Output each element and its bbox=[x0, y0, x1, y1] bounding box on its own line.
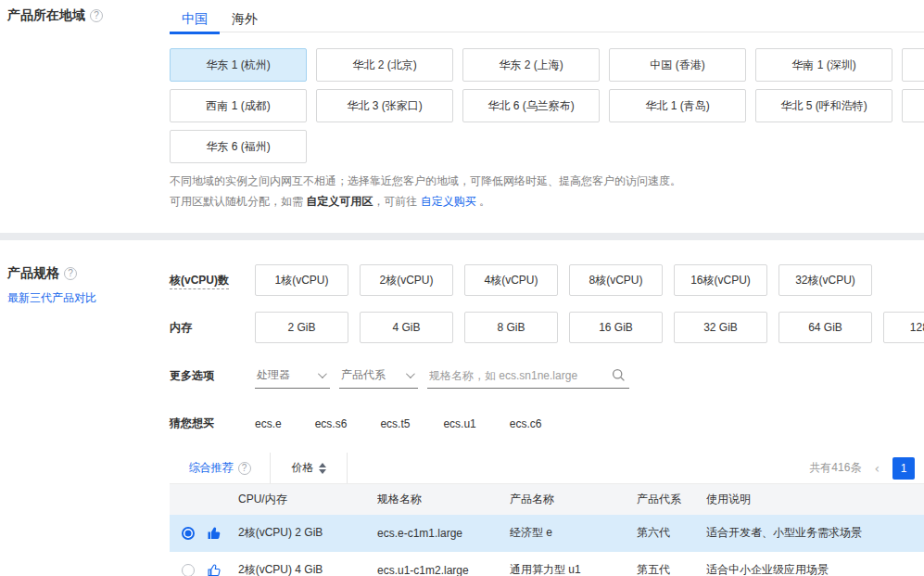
sort-recommend-label: 综合推荐 bbox=[189, 460, 234, 476]
region-button-partial-2[interactable] bbox=[902, 89, 924, 122]
mem-option-8[interactable]: 8 GiB bbox=[464, 312, 558, 343]
mem-option-16[interactable]: 16 GiB bbox=[569, 312, 663, 343]
spec-help-icon[interactable]: ? bbox=[64, 267, 77, 280]
guess-row: 猜您想买 ecs.e ecs.s6 ecs.t5 ecs.u1 ecs.c6 bbox=[170, 416, 924, 431]
guess-link-ecs-e[interactable]: ecs.e bbox=[255, 417, 282, 430]
header-product-name: 产品名称 bbox=[510, 492, 637, 507]
region-button-partial-1[interactable] bbox=[902, 48, 924, 82]
instance-table: 综合推荐 ? 价格 共有416条 ‹ 1 bbox=[170, 453, 924, 576]
row2-usage: 适合中小企业级应用场景 bbox=[706, 562, 924, 576]
sort-tab-recommend[interactable]: 综合推荐 ? bbox=[170, 453, 271, 483]
region-section-title: 产品所在地域 ? bbox=[7, 7, 170, 24]
memory-row: 内存 2 GiB 4 GiB 8 GiB 16 GiB 32 GiB 64 Gi… bbox=[170, 312, 924, 343]
region-grid: 华东 1 (杭州) 华北 2 (北京) 华东 2 (上海) 中国 (香港) 华南… bbox=[170, 48, 924, 163]
region-button-fuzhou[interactable]: 华东 6 (福州) bbox=[170, 130, 307, 163]
vcpu-option-2[interactable]: 2核(vCPU) bbox=[360, 264, 453, 296]
vcpu-option-8[interactable]: 8核(vCPU) bbox=[569, 264, 663, 296]
region-button-ulanqab[interactable]: 华北 6 (乌兰察布) bbox=[462, 89, 600, 122]
thumb-up-outline-icon[interactable] bbox=[207, 563, 222, 576]
region-help-icon[interactable]: ? bbox=[90, 9, 103, 22]
row1-product-name: 经济型 e bbox=[510, 525, 637, 541]
more-options-label: 更多选项 bbox=[170, 368, 255, 384]
region-content: 中国 海外 华东 1 (杭州) 华北 2 (北京) 华东 2 (上海) 中国 (… bbox=[170, 0, 924, 211]
mem-option-64[interactable]: 64 GiB bbox=[778, 312, 872, 343]
region-button-hangzhou[interactable]: 华东 1 (杭州) bbox=[170, 48, 307, 82]
section-divider bbox=[0, 233, 924, 240]
spec-label-col: 产品规格 ? 最新三代产品对比 bbox=[0, 240, 170, 576]
region-button-hohhot[interactable]: 华北 5 (呼和浩特) bbox=[755, 89, 892, 122]
row1-usage: 适合开发者、小型业务需求场景 bbox=[706, 525, 924, 541]
chevron-down-icon bbox=[318, 369, 327, 378]
row2-spec-name: ecs.u1-c1m2.large bbox=[377, 564, 510, 576]
guess-label: 猜您想买 bbox=[170, 416, 255, 431]
region-row-1: 华东 1 (杭州) 华北 2 (北京) 华东 2 (上海) 中国 (香港) 华南… bbox=[170, 48, 924, 82]
region-section: 产品所在地域 ? 中国 海外 华东 1 (杭州) 华北 2 (北京) 华东 2 … bbox=[0, 0, 924, 211]
region-row-2: 西南 1 (成都) 华北 3 (张家口) 华北 6 (乌兰察布) 华北 1 (青… bbox=[170, 89, 924, 122]
sort-price-label: 价格 bbox=[292, 460, 314, 476]
processor-filter-label: 处理器 bbox=[257, 367, 290, 383]
recommend-help-icon[interactable]: ? bbox=[238, 462, 251, 475]
processor-filter-select[interactable]: 处理器 bbox=[255, 363, 330, 389]
guess-link-ecs-u1[interactable]: ecs.u1 bbox=[443, 417, 475, 430]
note-mid: ，可前往 bbox=[373, 195, 420, 208]
region-button-shanghai[interactable]: 华东 2 (上海) bbox=[462, 48, 600, 82]
vcpu-option-1[interactable]: 1核(vCPU) bbox=[255, 264, 348, 296]
thumb-up-filled-icon[interactable] bbox=[207, 526, 222, 541]
vcpu-option-16[interactable]: 16核(vCPU) bbox=[674, 264, 767, 296]
region-label-col: 产品所在地域 ? bbox=[0, 0, 170, 211]
row1-family: 第六代 bbox=[637, 525, 706, 541]
mem-option-32[interactable]: 32 GiB bbox=[674, 312, 767, 343]
more-options-row: 更多选项 处理器 产品代系 bbox=[170, 363, 924, 389]
region-note-line2: 可用区默认随机分配，如需 自定义可用区，可前往 自定义购买 。 bbox=[170, 191, 924, 211]
spec-content: 核(vCPU)数 1核(vCPU) 2核(vCPU) 4核(vCPU) 8核(v… bbox=[170, 240, 924, 576]
region-row-3: 华东 6 (福州) bbox=[170, 130, 924, 163]
sort-bar: 综合推荐 ? 价格 共有416条 ‹ 1 bbox=[170, 453, 924, 484]
table-header-row: CPU/内存 规格名称 产品名称 产品代系 使用说明 bbox=[170, 484, 924, 515]
search-icon[interactable] bbox=[612, 368, 626, 382]
mem-option-128[interactable]: 128 GiB bbox=[883, 312, 924, 343]
chevron-down-icon bbox=[406, 369, 415, 378]
mem-option-2[interactable]: 2 GiB bbox=[255, 312, 348, 343]
sort-tab-price[interactable]: 价格 bbox=[271, 453, 348, 483]
region-button-hongkong[interactable]: 中国 (香港) bbox=[609, 48, 746, 82]
region-button-qingdao[interactable]: 华北 1 (青岛) bbox=[609, 89, 746, 122]
vcpu-option-4[interactable]: 4核(vCPU) bbox=[464, 264, 558, 296]
row2-family: 第五代 bbox=[637, 562, 706, 576]
row1-spec-name: ecs.e-c1m1.large bbox=[377, 527, 510, 540]
guess-link-ecs-s6[interactable]: ecs.s6 bbox=[315, 417, 348, 430]
header-spec-name: 规格名称 bbox=[377, 492, 510, 507]
spec-section: 产品规格 ? 最新三代产品对比 核(vCPU)数 1核(vCPU) 2核(vCP… bbox=[0, 240, 924, 576]
custom-buy-link[interactable]: 自定义购买 bbox=[421, 195, 476, 208]
radio-unselected[interactable] bbox=[182, 564, 195, 576]
region-button-beijing[interactable]: 华北 2 (北京) bbox=[316, 48, 453, 82]
vcpu-option-32[interactable]: 32核(vCPU) bbox=[778, 264, 872, 296]
table-row[interactable]: 2核(vCPU) 2 GiB ecs.e-c1m1.large 经济型 e 第六… bbox=[170, 515, 924, 552]
tab-overseas[interactable]: 海外 bbox=[220, 7, 270, 32]
ecs-buy-page: 产品所在地域 ? 中国 海外 华东 1 (杭州) 华北 2 (北京) 华东 2 … bbox=[0, 0, 924, 576]
total-count: 共有416条 bbox=[809, 460, 861, 476]
header-usage: 使用说明 bbox=[706, 492, 924, 507]
region-note-line1: 不同地域的实例之间内网互不相通；选择靠近您客户的地域，可降低网络时延、提高您客户… bbox=[170, 171, 924, 191]
compare-generations-link[interactable]: 最新三代产品对比 bbox=[7, 290, 96, 306]
table-row[interactable]: 2核(vCPU) 4 GiB ecs.u1-c1m2.large 通用算力型 u… bbox=[170, 552, 924, 576]
region-button-zhangjiakou[interactable]: 华北 3 (张家口) bbox=[316, 89, 453, 122]
region-button-shenzhen[interactable]: 华南 1 (深圳) bbox=[755, 48, 892, 82]
tab-china[interactable]: 中国 bbox=[170, 7, 220, 32]
guess-link-ecs-c6[interactable]: ecs.c6 bbox=[510, 417, 542, 430]
mem-option-4[interactable]: 4 GiB bbox=[360, 312, 453, 343]
spec-section-title: 产品规格 ? bbox=[7, 265, 170, 282]
spec-search-input[interactable] bbox=[429, 369, 601, 382]
row1-cpu-mem: 2核(vCPU) 2 GiB bbox=[238, 525, 377, 541]
page-number-1[interactable]: 1 bbox=[892, 457, 915, 480]
row2-product-name: 通用算力型 u1 bbox=[510, 562, 637, 576]
prev-page-icon[interactable]: ‹ bbox=[874, 461, 880, 476]
vcpu-label: 核(vCPU)数 bbox=[170, 273, 255, 288]
guess-link-ecs-t5[interactable]: ecs.t5 bbox=[380, 417, 410, 430]
radio-selected[interactable] bbox=[182, 527, 195, 540]
family-filter-select[interactable]: 产品代系 bbox=[339, 363, 418, 389]
note-custom-zone: 自定义可用区 bbox=[306, 195, 373, 208]
row2-cpu-mem: 2核(vCPU) 4 GiB bbox=[238, 562, 377, 576]
region-button-chengdu[interactable]: 西南 1 (成都) bbox=[170, 89, 307, 122]
header-cpu-mem: CPU/内存 bbox=[238, 492, 377, 507]
memory-label: 内存 bbox=[170, 320, 255, 336]
